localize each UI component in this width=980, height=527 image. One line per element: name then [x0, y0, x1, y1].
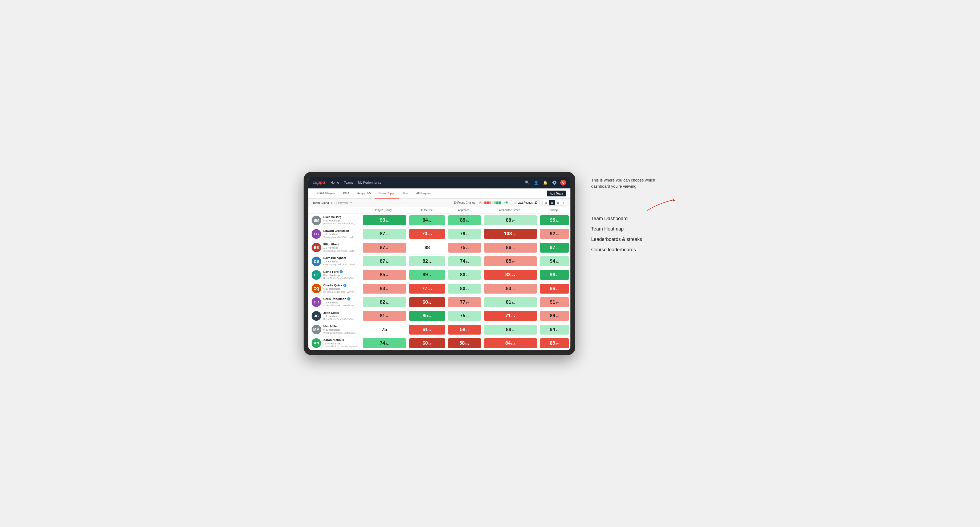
table-header: Player Quality ↓ Off the Tee ↓ Approach …	[309, 207, 570, 213]
stat-number-3-2: 74 1▲	[450, 259, 479, 264]
stat-number-4-2: 80 3▲	[450, 272, 479, 278]
tab-pgat-players[interactable]: PGAT Players	[313, 189, 339, 198]
grid-view-button[interactable]: ⊞	[543, 200, 549, 205]
stat-value-cell-9-2: 58 10▲	[448, 338, 481, 348]
table-row[interactable]: EEElliot Ebert1-5 HandicapSunningdale Go…	[309, 241, 570, 254]
stat-change-8-2: 4▲	[466, 329, 469, 332]
stat-number-9-3: 84 21▼	[486, 340, 535, 346]
verified-icon-4: ✓	[339, 270, 343, 273]
tab-hcaps[interactable]: Hcaps 1-5	[353, 189, 374, 198]
col-player-quality-header[interactable]: Player Quality ↓	[361, 207, 408, 213]
settings-icon[interactable]: ⚙️	[551, 179, 557, 186]
stat-number-6-1: 60 2▲	[411, 300, 444, 305]
scrollable-content[interactable]: Player Quality ↓ Off the Tee ↓ Approach …	[309, 207, 570, 350]
stat-change-2-0: 3▼	[386, 247, 389, 250]
heatmap-view-button[interactable]: ▦	[549, 200, 555, 205]
table-row[interactable]: DFDavid Ford✓Plus HandicapRoyal North De…	[309, 268, 570, 282]
heat-seg-1	[484, 202, 487, 204]
stat-value-cell-3-1: 82 4▲	[409, 256, 445, 266]
stat-change-0-1: 6▲	[428, 220, 432, 222]
stat-change-5-4: 8▼	[556, 288, 559, 290]
stat-number-3-0: 87 4▲	[364, 259, 404, 264]
secondary-nav: PGAT Players PGA Hcaps 1-5 Team Clippd T…	[309, 189, 570, 198]
heat-seg-2	[487, 202, 489, 204]
player-club-4: Royal North Devon Golf Club, United King…	[323, 277, 358, 280]
stat-value-cell-2-0: 87 3▼	[363, 243, 406, 252]
player-avatar-8: MM	[312, 325, 321, 334]
arrow-svg	[644, 197, 676, 213]
last-rounds-button[interactable]: 📊 Last Rounds: 20	[511, 200, 540, 205]
stat-cell-1-4: 92 3▼	[538, 227, 570, 241]
list-view-button[interactable]: ≡	[555, 200, 561, 205]
annotation-callout: This is where you can choose which dashb…	[591, 177, 676, 189]
player-handicap-5: 6-10 Handicap	[323, 287, 358, 290]
table-row[interactable]: ANAaron Nicholls11-15 HandicapDrift Golf…	[309, 337, 570, 350]
tab-team-clippd[interactable]: Team Clippd	[375, 189, 399, 198]
verified-icon-6: ✓	[347, 297, 350, 300]
edit-icon[interactable]: ✏	[350, 201, 352, 205]
stat-number-4-3: 83 10▼	[486, 272, 535, 278]
stat-number-7-4: 89 2▼	[542, 313, 567, 319]
avatar-icon[interactable]: U	[560, 179, 566, 186]
stat-change-9-1: 1▼	[428, 343, 432, 345]
player-avatar-7: JC	[312, 311, 321, 321]
nav-my-performance[interactable]: My Performance	[358, 181, 381, 184]
stat-number-0-3: 88 1▼	[486, 217, 535, 223]
table-row[interactable]: MMMatt Miller6-10 HandicapWoburn Golf Cl…	[309, 322, 570, 336]
col-off-tee-header[interactable]: Off the Tee ↓	[408, 207, 447, 213]
table-row[interactable]: CRChris Robertson✓1-5 HandicapCraigmilla…	[309, 295, 570, 309]
stat-number-7-1: 95 8▲	[411, 313, 444, 319]
col-player-header	[309, 207, 361, 213]
stat-number-9-4: 85 4▼	[542, 340, 567, 346]
nav-icons: 🔍 👤 🔔 ⚙️ U	[524, 179, 566, 186]
table-row[interactable]: DBDave Billingham1-5 HandicapGog Magog G…	[309, 254, 570, 268]
search-icon[interactable]: 🔍	[524, 179, 530, 186]
stat-value-cell-6-4: 91 3▼	[540, 297, 569, 307]
stat-value-cell-0-3: 88 1▼	[484, 215, 537, 225]
logo: clippd	[313, 180, 325, 185]
stat-number-1-3: 103 15▲	[486, 231, 535, 237]
stat-change-4-4: 3▲	[556, 275, 559, 277]
tab-tour[interactable]: Tour	[399, 189, 412, 198]
col-putting-header[interactable]: Putting ↓	[538, 207, 570, 213]
player-count: 14 Players	[334, 201, 348, 205]
col-approach-header[interactable]: Approach ↓	[447, 207, 482, 213]
stat-cell-3-2: 74 1▲	[447, 254, 482, 268]
stat-change-9-4: 4▼	[556, 343, 559, 345]
table-row[interactable]: BMBlair McHargPlus HandicapRoyal North D…	[309, 213, 570, 227]
stat-change-0-0: 9▲	[386, 220, 389, 222]
stat-cell-9-1: 60 1▼	[408, 337, 447, 350]
stat-cell-7-0: 81 3▼	[361, 309, 408, 322]
stat-number-2-4: 97 5▲	[542, 245, 567, 251]
svg-marker-0	[673, 198, 675, 202]
stat-cell-6-0: 82 3▲	[361, 295, 408, 309]
stat-number-0-4: 95 9▲	[542, 217, 567, 223]
tab-pga[interactable]: PGA	[339, 189, 353, 198]
nav-teams[interactable]: Teams	[344, 181, 353, 184]
stat-value-cell-5-1: 77 14▼	[409, 284, 445, 294]
tab-all-players[interactable]: All Players	[412, 189, 434, 198]
stat-number-8-0: 75	[364, 327, 404, 332]
player-club-0: Royal North Devon Golf Club, United King…	[323, 222, 358, 225]
stat-number-6-0: 82 3▲	[364, 300, 404, 305]
bell-icon[interactable]: 🔔	[542, 179, 548, 186]
table-row[interactable]: JCJosh Coles1-5 HandicapRoyal North Devo…	[309, 309, 570, 322]
add-team-button[interactable]: Add Team	[547, 190, 566, 197]
sort-button[interactable]: ↕	[561, 200, 566, 205]
stat-number-7-2: 75 2▲	[450, 313, 479, 319]
stat-value-cell-1-3: 103 15▲	[484, 229, 537, 239]
stat-cell-8-1: 61 3▼	[408, 322, 447, 336]
heat-seg-4	[492, 202, 494, 204]
col-around-green-header[interactable]: Around the Green ↓	[482, 207, 538, 213]
table-row[interactable]: CQCharlie Quick✓6-10 HandicapSt. George'…	[309, 282, 570, 295]
player-handicap-7: 1-5 Handicap	[323, 314, 358, 318]
annotation-panel: This is where you can choose which dashb…	[591, 172, 676, 252]
table-row[interactable]: ECEdward Crossman1-5 HandicapSunningdale…	[309, 227, 570, 241]
dashboard-option-0: Team Dashboard	[591, 216, 676, 221]
stat-cell-5-1: 77 14▼	[408, 282, 447, 295]
stat-cell-7-4: 89 2▼	[538, 309, 570, 322]
stat-number-2-1: 88	[411, 245, 444, 251]
profile-icon[interactable]: 👤	[533, 179, 539, 186]
nav-home[interactable]: Home	[331, 181, 339, 184]
player-cell-8: MMMatt Miller6-10 HandicapWoburn Golf Cl…	[309, 322, 361, 336]
